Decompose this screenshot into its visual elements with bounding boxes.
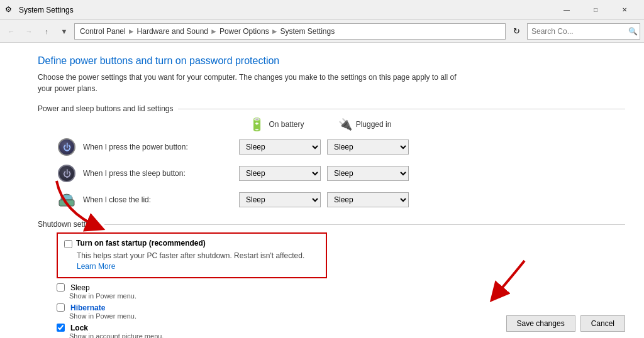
col-header-plugged: 🔌 Plugged in [321, 117, 409, 132]
lock-checkbox[interactable] [57, 324, 65, 332]
section1-label: Power and sleep buttons and lid settings [38, 104, 173, 113]
footer-buttons: Save changes Cancel [506, 315, 625, 332]
section2-line [104, 224, 625, 225]
sleep-symbol: ⏻ [63, 169, 71, 178]
section2-label: Shutdown settings [38, 220, 99, 229]
up-button[interactable]: ↑ [39, 24, 54, 39]
col-plugged-label: Plugged in [356, 120, 392, 129]
sleep-button-label: When I press the sleep button: [83, 169, 239, 178]
recent-button[interactable]: ▼ [57, 24, 72, 39]
sleep-button-plugged-select[interactable]: Sleep Do nothing Hibernate Shut down [327, 166, 409, 181]
sleep-button-icon: ⏻ [57, 163, 77, 183]
power-table: 🔋 On battery 🔌 Plugged in ⏻ When I press… [57, 117, 409, 210]
laptop-lid-svg [57, 191, 76, 209]
refresh-button[interactable]: ↻ [508, 23, 525, 40]
col-header-battery: 🔋 On battery [233, 117, 321, 132]
window-title: System Settings [19, 6, 552, 14]
search-box[interactable]: 🔍 [527, 23, 640, 40]
col-battery-label: On battery [269, 120, 304, 129]
power-symbol: ⏻ [63, 143, 71, 152]
svg-rect-1 [62, 195, 72, 199]
power-button-label: When I press the power button: [83, 143, 239, 151]
table-row: ⏻ When I press the power button: Sleep D… [57, 137, 409, 157]
page-description: Choose the power settings that you want … [38, 72, 465, 94]
minimize-button[interactable]: — [552, 0, 581, 20]
table-row: When I close the lid: Sleep Do nothing H… [57, 190, 409, 210]
lid-plugged-select[interactable]: Sleep Do nothing Hibernate Shut down [327, 192, 409, 207]
svg-rect-0 [59, 200, 74, 206]
sleep-checkbox[interactable] [57, 283, 65, 292]
section2-header: Shutdown settings [38, 220, 625, 229]
power-button-selects: Sleep Do nothing Hibernate Shut down Tur… [239, 139, 409, 155]
page-title: Define power buttons and turn on passwor… [38, 55, 625, 67]
table-row: ⏻ When I press the sleep button: Sleep D… [57, 163, 409, 183]
maximize-button[interactable]: □ [581, 0, 610, 20]
hibernate-checkbox[interactable] [57, 303, 65, 312]
section1-header: Power and sleep buttons and lid settings [38, 104, 625, 113]
window-icon: ⚙ [5, 5, 15, 15]
search-input[interactable] [531, 27, 626, 36]
sleep-row: Sleep Show in Power menu. [57, 283, 625, 300]
breadcrumb-cp: Control Panel [80, 27, 126, 36]
sleep-checkbox-label: Sleep [57, 283, 625, 292]
plug-icon: 🔌 [338, 117, 352, 131]
cancel-button[interactable]: Cancel [580, 315, 625, 332]
search-icon: 🔍 [628, 27, 638, 36]
sleep-button-battery-select[interactable]: Sleep Do nothing Hibernate Shut down [239, 166, 321, 181]
fast-startup-row: Turn on fast startup (recommended) [64, 239, 319, 248]
lock-sub-text: Show in account picture menu. [69, 332, 625, 338]
breadcrumb-po: Power Options [219, 27, 269, 36]
title-bar: ⚙ System Settings — □ ✕ [0, 0, 644, 20]
power-button-icon: ⏻ [57, 137, 77, 157]
battery-icon: 🔋 [249, 117, 265, 132]
lid-battery-select[interactable]: Sleep Do nothing Hibernate Shut down [239, 192, 321, 207]
back-button[interactable]: ← [4, 24, 19, 39]
forward-button[interactable]: → [21, 24, 36, 39]
power-button-battery-select[interactable]: Sleep Do nothing Hibernate Shut down Tur… [239, 139, 321, 155]
fast-startup-checkbox[interactable] [64, 240, 72, 248]
lid-label: When I close the lid: [83, 195, 239, 204]
fast-startup-label: Turn on fast startup (recommended) [76, 239, 206, 248]
sleep-sub-text: Show in Power menu. [69, 292, 625, 300]
section1-line [178, 109, 625, 109]
table-header: 🔋 On battery 🔌 Plugged in [57, 117, 409, 132]
save-button[interactable]: Save changes [506, 315, 575, 332]
close-button[interactable]: ✕ [610, 0, 639, 20]
learn-more-link[interactable]: Learn More [77, 262, 115, 271]
breadcrumb-ss: System Settings [280, 27, 335, 36]
lid-selects: Sleep Do nothing Hibernate Shut down Sle… [239, 192, 409, 207]
address-path[interactable]: Control Panel ► Hardware and Sound ► Pow… [74, 23, 506, 40]
hibernate-checkbox-label: Hibernate [57, 303, 625, 312]
fast-startup-desc: This helps start your PC faster after sh… [77, 251, 319, 272]
main-content: Define power buttons and turn on passwor… [0, 43, 644, 338]
breadcrumb-hw: Hardware and Sound [137, 27, 208, 36]
address-bar: ← → ↑ ▼ Control Panel ► Hardware and Sou… [0, 20, 644, 43]
lid-icon [57, 190, 77, 210]
window-controls: — □ ✕ [552, 0, 639, 20]
sleep-button-selects: Sleep Do nothing Hibernate Shut down Sle… [239, 166, 409, 181]
fast-startup-box: Turn on fast startup (recommended) This … [57, 232, 327, 278]
power-button-plugged-select[interactable]: Sleep Do nothing Hibernate Shut down Tur… [327, 139, 409, 155]
